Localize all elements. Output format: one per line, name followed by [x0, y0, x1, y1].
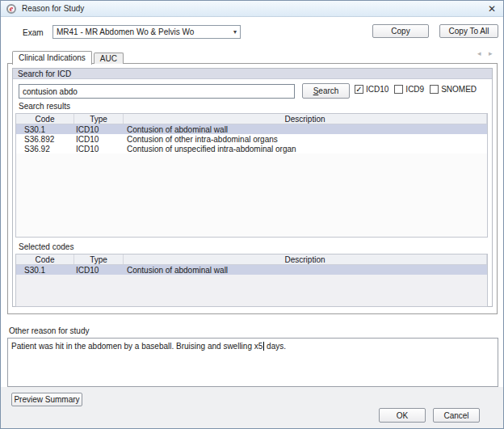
- icd9-checkbox[interactable]: ICD9: [394, 85, 424, 94]
- cell-type: ICD10: [74, 124, 124, 134]
- icd10-checkbox-label: ICD10: [366, 85, 388, 94]
- snomed-checkbox-label: SNOMED: [441, 85, 477, 94]
- cell-code: S36.892: [16, 134, 74, 144]
- ok-button[interactable]: OK: [379, 408, 426, 423]
- selected-codes-label: Selected codes: [19, 242, 74, 251]
- table-row[interactable]: S30.1 ICD10 Contusion of abdominal wall: [16, 265, 487, 275]
- search-results-table: Code Type Description S30.1 ICD10 Contus…: [15, 113, 488, 238]
- chevron-down-icon: ▾: [233, 28, 237, 36]
- checkbox-unchecked-icon: [430, 85, 439, 94]
- table-row[interactable]: S30.1 ICD10 Contusion of abdominal wall: [16, 124, 487, 134]
- cell-code: S30.1: [16, 124, 74, 134]
- column-header-description[interactable]: Description: [124, 114, 487, 124]
- search-results-label: Search results: [19, 102, 70, 111]
- icd9-checkbox-label: ICD9: [405, 85, 424, 94]
- search-button-label: Search: [313, 86, 339, 95]
- tab-clinical-indications[interactable]: Clinical Indications: [12, 51, 92, 65]
- exam-selected-value: MR41 - MR Abdomen Wo & Pelvis Wo: [57, 27, 230, 36]
- exam-select[interactable]: MR41 - MR Abdomen Wo & Pelvis Wo ▾: [52, 25, 241, 39]
- column-header-type[interactable]: Type: [74, 254, 124, 264]
- cell-type: ICD10: [74, 134, 124, 144]
- reason-for-study-dialog: e Reason for Study ✕ Exam MR41 - MR Abdo…: [0, 0, 504, 429]
- other-reason-label: Other reason for study: [9, 326, 90, 335]
- tab-scroll-left-icon[interactable]: ◂: [477, 49, 481, 57]
- cell-description: Contusion of abdominal wall: [124, 124, 487, 134]
- copy-to-all-button[interactable]: Copy To All: [439, 24, 498, 38]
- column-header-code[interactable]: Code: [16, 114, 74, 124]
- cancel-button[interactable]: Cancel: [433, 408, 480, 423]
- tab-strip: Clinical Indications AUC: [12, 50, 125, 64]
- cell-description: Contusion of other intra-abdominal organ…: [124, 134, 487, 144]
- icd10-checkbox[interactable]: ✓ ICD10: [355, 85, 388, 94]
- table-header-row: Code Type Description: [16, 254, 487, 265]
- close-icon[interactable]: ✕: [488, 3, 496, 15]
- cell-type: ICD10: [74, 265, 124, 275]
- other-reason-textarea[interactable]: Patient was hit in the abdomen by a base…: [7, 338, 498, 387]
- table-row[interactable]: S36.892 ICD10 Contusion of other intra-a…: [16, 134, 487, 144]
- cell-type: ICD10: [74, 144, 124, 154]
- selected-codes-table: Code Type Description S30.1 ICD10 Contus…: [15, 254, 488, 307]
- other-reason-text: days.: [264, 342, 286, 351]
- tab-scroll-right-icon[interactable]: ▸: [489, 49, 493, 57]
- other-reason-text: Patient was hit in the abdomen by a base…: [11, 342, 262, 351]
- cell-code: S36.92: [16, 144, 74, 154]
- tab-auc[interactable]: AUC: [94, 53, 124, 64]
- cell-description: Contusion of unspecified intra-abdominal…: [124, 144, 487, 154]
- table-row[interactable]: S36.92 ICD10 Contusion of unspecified in…: [16, 144, 487, 154]
- column-header-type[interactable]: Type: [74, 114, 124, 124]
- table-header-row: Code Type Description: [16, 114, 487, 124]
- app-logo-icon: e: [6, 4, 16, 14]
- icd-search-input[interactable]: [19, 84, 295, 99]
- column-header-code[interactable]: Code: [16, 254, 74, 264]
- snomed-checkbox[interactable]: SNOMED: [430, 85, 477, 94]
- code-system-checkboxes: ✓ ICD10 ICD9 SNOMED: [355, 85, 477, 94]
- preview-summary-button[interactable]: Preview Summary: [11, 393, 82, 406]
- window-title: Reason for Study: [22, 4, 84, 13]
- copy-button[interactable]: Copy: [372, 24, 429, 38]
- title-bar: e Reason for Study ✕: [1, 1, 503, 17]
- search-button[interactable]: Search: [302, 83, 350, 99]
- group-title: Search for ICD: [13, 69, 492, 79]
- column-header-description[interactable]: Description: [124, 254, 487, 264]
- footer-bar: Preview Summary OK Cancel: [1, 387, 503, 428]
- cell-code: S30.1: [16, 265, 74, 275]
- checkbox-unchecked-icon: [394, 85, 403, 94]
- exam-label: Exam: [23, 28, 44, 37]
- cell-description: Contusion of abdominal wall: [124, 265, 487, 275]
- checkbox-checked-icon: ✓: [355, 85, 363, 94]
